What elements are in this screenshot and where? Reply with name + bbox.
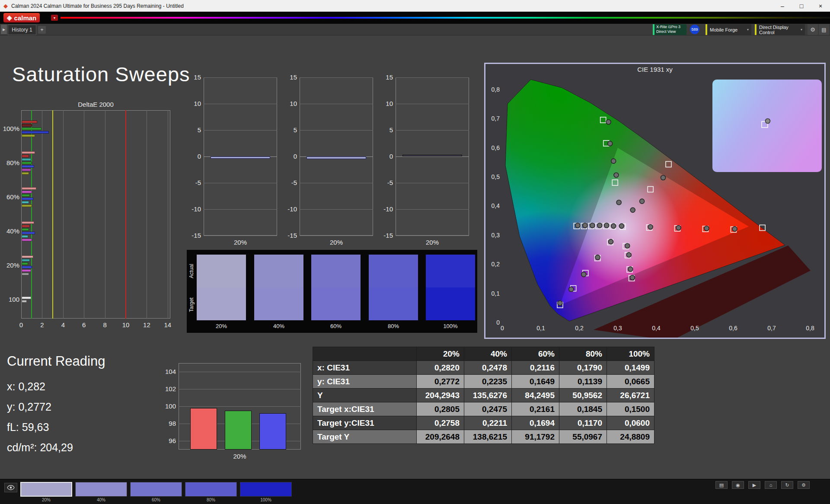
layout-panel-button[interactable]: ▤ (819, 24, 829, 35)
cie-measured-marker (595, 255, 600, 260)
level-swatch-label: 40% (75, 498, 127, 502)
deltae-bar (22, 172, 29, 175)
deltae-x-tick-label: 12 (143, 321, 150, 329)
camera-icon[interactable]: ◉ (732, 481, 744, 489)
delta-y-tick-label: 15 (374, 73, 393, 81)
table-cell: 91,1792 (512, 430, 559, 444)
deltae-gridline (147, 110, 147, 319)
swatch-target (311, 287, 361, 320)
cie-measured-marker (581, 272, 586, 277)
window-title: Calman 2024 Calman Ultimate for Business… (11, 3, 184, 9)
swatch-target (254, 287, 303, 320)
deltae-bar (22, 255, 33, 258)
expand-panel-button[interactable]: ▶ (1, 25, 7, 34)
display-control-select[interactable]: Direct Display Control ▾ (755, 24, 805, 35)
maximize-button[interactable]: □ (792, 0, 811, 12)
table-cell: 0,2161 (512, 402, 559, 416)
deltae-bar (22, 300, 27, 303)
table-cell: 204,2943 (417, 389, 464, 402)
delta-gridline (396, 104, 469, 104)
monitor-icon[interactable]: ▤ (715, 481, 728, 489)
bottom-navigation-bar: ◀ Back Next ▶ ⚙ 20%40%60%80%100%▤◉▶⌂↻⚙ (0, 479, 830, 504)
swatch-actual (369, 255, 418, 287)
source-select[interactable]: Mobile Forge ▾ (706, 24, 751, 35)
display-control-label: Direct Display Control (759, 25, 799, 35)
deltae-bar (22, 266, 32, 268)
cie-measured-marker (648, 224, 653, 229)
delta-y-tick-label: 5 (278, 126, 297, 134)
level-swatch-20%[interactable] (20, 482, 72, 497)
cie-y-tick-label: 0,1 (492, 290, 500, 297)
cie-y-tick-label: 0,4 (492, 202, 500, 209)
tab-history-1[interactable]: History 1 (8, 25, 36, 35)
delta-gridline (396, 156, 469, 157)
deltae-x-tick-label: 8 (103, 321, 106, 329)
gear-icon[interactable]: ⚙ (798, 481, 810, 489)
delta-y-tick-label: -15 (182, 232, 201, 239)
deltae-bar (22, 297, 31, 299)
cie-measured-marker (630, 207, 635, 212)
cie-measured-marker (583, 223, 587, 228)
deltae-x-tick-label: 2 (40, 321, 44, 329)
table-cell: 138,6215 (464, 430, 512, 444)
deltae-y-tick-label: 60% (1, 193, 19, 201)
deltae-y-tick-label: 100% (1, 125, 19, 132)
delta-x-tick-label: 20% (204, 239, 277, 246)
delta-gridline (204, 236, 277, 236)
swatch-strip-row-label-actual: Actual (188, 258, 195, 284)
add-tab-button[interactable]: + (38, 26, 46, 34)
meter-connection-button[interactable]: X-Rite i1Pro 3 Direct View (653, 24, 686, 35)
current-reading-heading: Current Reading (7, 354, 105, 369)
cie-measured-marker (608, 141, 613, 146)
cie-measured-marker (597, 223, 602, 228)
level-swatch-40%[interactable] (75, 482, 127, 497)
rgb-y-tick-label: 104 (158, 368, 176, 375)
table-row-label: y: CIE31 (313, 375, 417, 389)
spectrum-divider (61, 17, 830, 19)
deltae-bar (22, 273, 29, 275)
home-icon[interactable]: ⌂ (765, 481, 777, 489)
deltae-bar (22, 201, 29, 204)
table-row: Y204,2943135,627684,249550,956226,6721 (313, 389, 654, 402)
table-cell: 135,6276 (464, 389, 512, 402)
cie-measured-marker (611, 223, 616, 228)
level-swatch-80%[interactable] (185, 482, 237, 497)
table-row: x: CIE310,28200,24780,21160,17900,1499 (313, 361, 654, 375)
cie-measured-marker (575, 223, 580, 228)
level-swatch-60%[interactable] (130, 482, 182, 497)
rgb-bar-green (225, 411, 252, 450)
table-header-cell (313, 347, 417, 361)
preview-eye-button[interactable] (4, 483, 17, 492)
rgb-gridline (179, 389, 301, 389)
cie-measured-marker (676, 225, 681, 230)
table-cell: 0,2772 (417, 375, 464, 389)
close-button[interactable]: × (811, 0, 830, 12)
rgb-y-tick-label: 96 (158, 437, 176, 444)
table-cell: 209,2648 (417, 430, 464, 444)
table-cell: 0,1139 (559, 375, 607, 389)
minimize-button[interactable]: – (773, 0, 792, 12)
delta-y-tick-label: -10 (182, 205, 201, 213)
calman-logo[interactable]: ◈ calman (3, 13, 40, 22)
delta-gridline (204, 77, 277, 78)
play-icon[interactable]: ▶ (748, 481, 760, 489)
cie-x-tick-label: 0 (501, 325, 504, 332)
delta-y-tick-label: 0 (182, 153, 201, 160)
table-cell: 24,8809 (607, 430, 654, 444)
rgb-bar-red (190, 408, 217, 450)
deltae-chart-title: DeltaE 2000 (21, 101, 170, 108)
delta-y-tick-label: -10 (278, 205, 297, 213)
logo-menu-dropdown[interactable]: ▾ (51, 15, 58, 21)
cie-chart-title: CIE 1931 xy (485, 66, 824, 73)
level-swatch-100%[interactable] (240, 482, 292, 497)
swatch-target (369, 287, 418, 320)
settings-gear-button[interactable]: ⚙ (808, 24, 818, 35)
deltae-gridline (63, 110, 64, 319)
refresh-icon[interactable]: ↻ (781, 481, 793, 489)
cie-measured-marker (626, 252, 631, 257)
deltae-bar (22, 151, 35, 154)
cie-y-tick-label: 0,7 (492, 115, 500, 122)
table-row-label: Target Y (313, 430, 417, 444)
table-header-cell: 80% (559, 347, 607, 361)
meter-status-badge: 589 (690, 25, 699, 34)
